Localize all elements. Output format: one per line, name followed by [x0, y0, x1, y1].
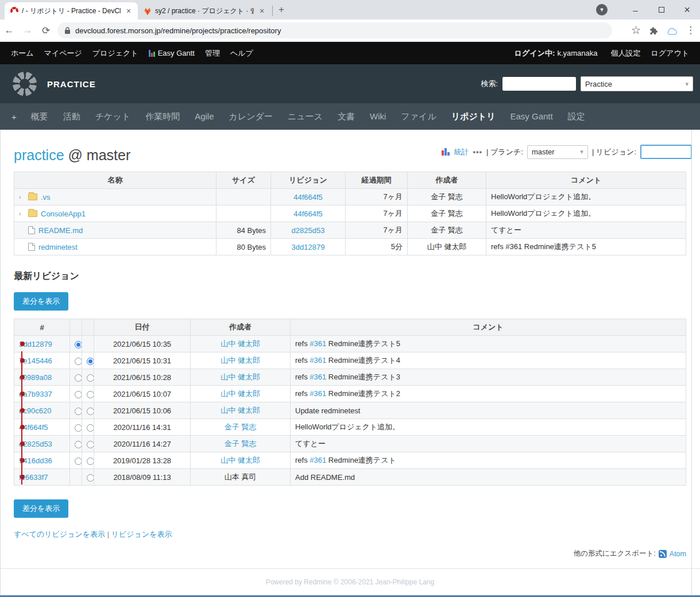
branch-select[interactable]: master ▾ — [527, 145, 588, 159]
menu-item-Easy Gantt[interactable]: Easy Gantt — [144, 48, 200, 59]
entry-revision-link[interactable]: 44f664f5 — [293, 210, 323, 218]
tab-カレンダー[interactable]: カレンダー — [222, 111, 280, 122]
issue-link[interactable]: #361 — [310, 389, 326, 398]
tab-close-icon[interactable]: × — [257, 6, 266, 15]
tab-ファイル[interactable]: ファイル — [393, 111, 443, 122]
diff-radio[interactable] — [87, 391, 94, 398]
entry-size: 80 Bytes — [216, 239, 271, 255]
tab-Easy Gantt[interactable]: Easy Gantt — [503, 111, 560, 122]
extensions-puzzle-icon[interactable] — [649, 25, 658, 36]
diff-radio[interactable] — [75, 391, 82, 398]
entry-revision-link[interactable]: d2825d53 — [292, 226, 325, 235]
more-actions-icon[interactable]: ••• — [473, 148, 482, 156]
entry-revision-link[interactable]: 44f664f5 — [293, 193, 323, 201]
tab-文書[interactable]: 文書 — [330, 111, 362, 122]
tab-チケット[interactable]: チケット — [88, 111, 138, 122]
maximize-button[interactable] — [648, 0, 674, 20]
tab-リポジトリ[interactable]: リポジトリ — [444, 111, 503, 122]
cloud-extension-icon[interactable] — [666, 25, 678, 35]
diff-radio[interactable] — [87, 424, 94, 432]
diff-radio[interactable] — [87, 374, 94, 382]
minimize-button[interactable]: – — [622, 0, 648, 20]
author-link[interactable]: 山中 健太郎 — [221, 389, 260, 398]
forward-icon[interactable]: → — [18, 25, 37, 36]
latest-revisions-heading: 最新リビジョン — [14, 270, 686, 282]
menu-item-ホーム[interactable]: ホーム — [6, 48, 39, 59]
menu-item-ヘルプ[interactable]: ヘルプ — [225, 48, 258, 59]
diff-radio[interactable] — [75, 341, 82, 348]
tab-作業時間[interactable]: 作業時間 — [138, 111, 187, 122]
menu-item-label: ホーム — [11, 48, 34, 59]
author-link[interactable]: 山中 健太郎 — [221, 373, 260, 381]
browser-tab-gitlab[interactable]: sy2 / practice · プロジェクト · 管理者 × — [138, 2, 271, 20]
menu-item-管理[interactable]: 管理 — [200, 48, 225, 59]
show-diff-button-bottom[interactable]: 差分を表示 — [14, 499, 68, 518]
author-link[interactable]: 山中 健太郎 — [221, 456, 260, 464]
tab-close-icon[interactable]: × — [124, 6, 133, 15]
author-link[interactable]: 山中 健太郎 — [221, 356, 260, 365]
author-link[interactable]: 山中 健太郎 — [221, 406, 260, 414]
col-header-size: サイズ — [216, 172, 271, 189]
menu-item-マイページ[interactable]: マイページ — [39, 48, 87, 59]
diff-radio[interactable] — [75, 424, 82, 432]
show-diff-button-top[interactable]: 差分を表示 — [14, 292, 68, 311]
project-jump-select[interactable]: Practice ▾ — [581, 76, 693, 91]
revision-row: d2825d532020/11/16 14:27金子 賢志てすとー — [14, 436, 686, 452]
back-icon[interactable]: ← — [0, 25, 18, 36]
close-button[interactable]: × — [674, 0, 700, 20]
diff-radio[interactable] — [75, 441, 82, 448]
tab-設定[interactable]: 設定 — [560, 111, 593, 122]
add-tab-button[interactable]: + — [9, 112, 24, 122]
tab-Agile[interactable]: Agile — [187, 111, 221, 122]
search-input[interactable] — [502, 77, 576, 91]
tab-活動[interactable]: 活動 — [56, 111, 88, 122]
menu-item-プロジェクト[interactable]: プロジェクト — [87, 48, 144, 59]
show-revisions-link[interactable]: リビジョンを表示 — [111, 530, 172, 538]
expand-chevron-icon[interactable]: › — [19, 210, 25, 217]
stats-chart-icon — [442, 148, 450, 156]
commit-dot-icon — [20, 342, 25, 346]
issue-link[interactable]: #361 — [310, 456, 326, 464]
entry-size — [216, 189, 271, 206]
entry-name-link[interactable]: ConsoleApp1 — [41, 210, 86, 218]
diff-radio[interactable] — [75, 358, 82, 365]
diff-radio[interactable] — [75, 408, 82, 415]
profile-icon[interactable]: ▼ — [596, 4, 608, 15]
entry-revision-link[interactable]: 3dd12879 — [292, 243, 325, 251]
author-link[interactable]: 金子 賢志 — [225, 422, 257, 431]
bookmark-star-icon[interactable]: ☆ — [631, 25, 641, 35]
atom-link[interactable]: Atom — [670, 550, 686, 558]
menu-dots-icon[interactable]: ⋮ — [686, 25, 695, 35]
author-link[interactable]: 金子 賢志 — [225, 439, 257, 448]
stats-link[interactable]: 統計 — [454, 147, 469, 157]
issue-link[interactable]: #361 — [310, 356, 326, 365]
tab-ニュース[interactable]: ニュース — [280, 111, 330, 122]
diff-radio[interactable] — [75, 458, 82, 465]
tab-Wiki[interactable]: Wiki — [362, 111, 393, 122]
entry-name-link[interactable]: README.md — [38, 226, 83, 235]
browser-tab-redmine[interactable]: / - リポジトリ - Practice - DevCloud × — [5, 2, 138, 20]
address-bar[interactable]: devcloud.forest.morson.jp/redmine/projec… — [57, 22, 612, 38]
expand-chevron-icon[interactable]: › — [19, 193, 25, 200]
new-tab-button[interactable]: + — [279, 4, 284, 15]
diff-radio[interactable] — [87, 474, 94, 482]
diff-radio[interactable] — [75, 374, 82, 382]
easy-gantt-icon — [149, 50, 155, 57]
menu-item-logout[interactable]: ログアウト — [645, 48, 694, 59]
revision-input[interactable] — [640, 145, 692, 159]
revisions-table: # 日付 作成者 コメント 3dd128792021/06/15 10:35山中… — [14, 319, 686, 486]
menu-item-account[interactable]: 個人設定 — [605, 48, 645, 59]
diff-radio[interactable] — [87, 408, 94, 415]
author-link[interactable]: 山中 健太郎 — [221, 339, 260, 348]
entry-name-link[interactable]: .vs — [41, 193, 51, 201]
show-all-revisions-link[interactable]: すべてのリビジョンを表示 — [14, 530, 105, 538]
issue-link[interactable]: #361 — [310, 373, 326, 381]
reload-icon[interactable]: ⟳ — [37, 25, 55, 37]
diff-radio[interactable] — [87, 358, 94, 365]
project-header: PRACTICE 検索: Practice ▾ — [0, 64, 700, 103]
tab-概要[interactable]: 概要 — [24, 111, 56, 122]
diff-radio[interactable] — [87, 441, 94, 448]
diff-radio[interactable] — [87, 458, 94, 465]
entry-name-link[interactable]: redminetest — [38, 243, 78, 251]
issue-link[interactable]: #361 — [310, 339, 326, 348]
